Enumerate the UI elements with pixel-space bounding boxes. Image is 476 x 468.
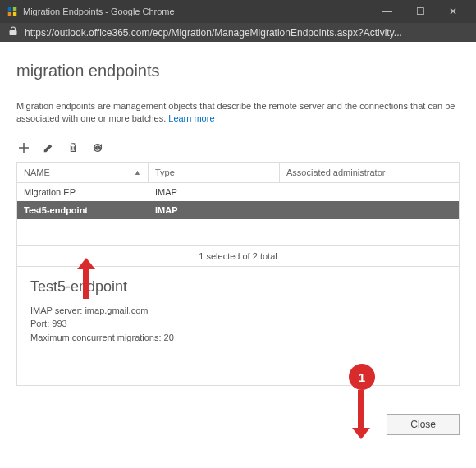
lock-icon: [8, 26, 18, 39]
edit-icon[interactable]: [41, 140, 56, 155]
column-header-name[interactable]: NAME ▲: [17, 163, 149, 182]
table-row[interactable]: Migration EP IMAP: [17, 183, 459, 201]
delete-icon[interactable]: [66, 140, 80, 155]
table-body: Migration EP IMAP Test5-endpoint IMAP: [17, 183, 459, 245]
cell-name: Migration EP: [24, 187, 155, 197]
sort-indicator-icon: ▲: [134, 168, 141, 177]
cell-admin: [286, 187, 452, 197]
column-header-admin[interactable]: Associated administrator: [280, 163, 459, 182]
svg-rect-2: [13, 7, 16, 11]
page-title: migration endpoints: [16, 62, 460, 80]
svg-rect-4: [13, 12, 16, 16]
browser-titlebar: Migration Endpoints - Google Chrome ― ☐ …: [0, 0, 476, 23]
details-server: IMAP server: imap.gmail.com: [30, 304, 446, 318]
page-description: Migration endpoints are management objec…: [16, 100, 460, 126]
close-button[interactable]: Close: [387, 414, 460, 435]
selection-status: 1 selected of 2 total: [17, 245, 459, 266]
url-text: https://outlook.office365.com/ecp/Migrat…: [25, 27, 402, 39]
column-header-type[interactable]: Type: [149, 163, 280, 182]
browser-address-bar[interactable]: https://outlook.office365.com/ecp/Migrat…: [0, 23, 476, 42]
details-max: Maximum concurrent migrations: 20: [30, 331, 446, 345]
endpoint-table: NAME ▲ Type Associated administrator Mig…: [16, 162, 460, 387]
browser-favicon: [7, 6, 18, 17]
cell-admin: [286, 205, 452, 215]
table-header: NAME ▲ Type Associated administrator: [17, 163, 459, 183]
table-spacer: [17, 219, 459, 245]
svg-rect-1: [8, 7, 11, 11]
window-minimize-button[interactable]: ―: [371, 0, 404, 23]
cell-name: Test5-endpoint: [24, 205, 155, 215]
dialog-button-row: Close: [0, 402, 476, 447]
description-text: Migration endpoints are management objec…: [16, 101, 455, 123]
details-port: Port: 993: [30, 317, 446, 331]
details-title: Test5-endpoint: [30, 278, 446, 296]
cell-type: IMAP: [155, 205, 286, 215]
refresh-icon[interactable]: [90, 140, 105, 155]
window-maximize-button[interactable]: ☐: [404, 0, 437, 23]
annotation-badge: 1: [349, 364, 375, 390]
details-panel: Test5-endpoint IMAP server: imap.gmail.c…: [17, 266, 459, 386]
table-row[interactable]: Test5-endpoint IMAP: [17, 201, 459, 219]
window-title: Migration Endpoints - Google Chrome: [23, 7, 371, 16]
cell-type: IMAP: [155, 187, 286, 197]
learn-more-link[interactable]: Learn more: [168, 113, 214, 123]
add-icon[interactable]: [16, 140, 31, 155]
svg-rect-3: [8, 12, 11, 16]
window-close-button[interactable]: ✕: [437, 0, 469, 23]
toolbar: [16, 137, 460, 162]
